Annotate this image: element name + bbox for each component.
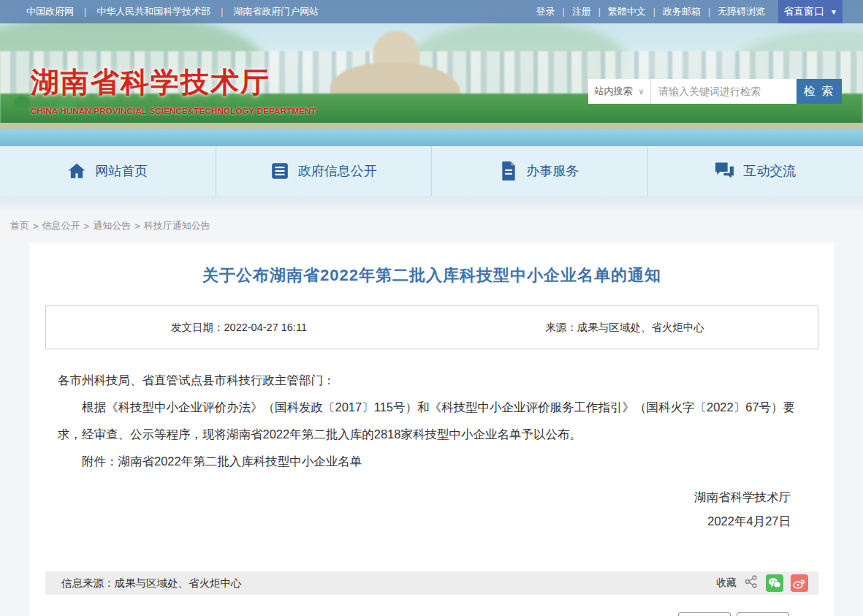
close-page-button[interactable]: 关闭本页 xyxy=(737,612,789,616)
chat-icon xyxy=(715,161,734,180)
source-label: 来源： xyxy=(545,322,577,333)
nav-item-interaction[interactable]: 互动交流 xyxy=(648,146,863,196)
chevron-down-icon: ▼ xyxy=(830,8,837,16)
divider: | xyxy=(221,7,223,17)
top-utility-bar: 中国政府网 | 中华人民共和国科学技术部 | 湖南省政府门户网站 登录 | 注册… xyxy=(0,0,863,23)
info-list-icon xyxy=(270,161,289,180)
search-scope-label: 站内搜索 xyxy=(594,85,632,98)
nav-bottom-fade xyxy=(0,196,863,213)
link-hunan-gov[interactable]: 湖南省政府门户网站 xyxy=(233,5,319,18)
breadcrumb: 首页 > 信息公开 > 通知公告 > 科技厅通知公告 xyxy=(0,213,863,243)
gov-mail-link[interactable]: 政务邮箱 xyxy=(663,5,701,18)
salutation-paragraph: 各市州科技局、省直管试点县市科技行政主管部门： xyxy=(58,367,806,394)
site-search: 站内搜索 ∨ 检 索 xyxy=(588,79,842,104)
breadcrumb-home[interactable]: 首页 xyxy=(10,219,29,232)
breadcrumb-separator: > xyxy=(33,221,39,232)
divider: | xyxy=(563,7,565,17)
info-source: 信息来源：成果与区域处、省火炬中心 xyxy=(61,577,242,590)
weibo-icon[interactable] xyxy=(791,574,808,592)
info-source-bar: 信息来源：成果与区域处、省火炬中心 收藏 xyxy=(45,571,818,595)
service-file-icon xyxy=(500,161,517,180)
page-actions: 打印本页 关闭本页 xyxy=(45,612,818,616)
print-page-button[interactable]: 打印本页 xyxy=(678,612,731,616)
nav-item-label: 办事服务 xyxy=(526,162,579,180)
search-button[interactable]: 检 索 xyxy=(797,79,842,104)
article-meta-box: 发文日期：2022-04-27 16:11 来源：成果与区域处、省火炬中心 xyxy=(45,305,818,349)
login-link[interactable]: 登录 xyxy=(536,5,555,18)
register-link[interactable]: 注册 xyxy=(572,5,591,18)
nav-item-services[interactable]: 办事服务 xyxy=(432,146,648,196)
traditional-chinese-link[interactable]: 繁體中文 xyxy=(608,5,646,18)
signature-date: 2022年4月27日 xyxy=(45,509,791,533)
divider: | xyxy=(84,7,86,17)
nav-item-label: 政府信息公开 xyxy=(298,162,377,180)
provincial-portal-dropdown[interactable]: 省直窗口 ▼ xyxy=(778,0,843,23)
nav-item-gov-info[interactable]: 政府信息公开 xyxy=(216,146,433,196)
divider: | xyxy=(653,7,655,17)
top-left-links: 中国政府网 | 中华人民共和国科学技术部 | 湖南省政府门户网站 xyxy=(26,5,319,18)
attachment-link[interactable]: 附件：湖南省2022年第二批入库科技型中小企业名单 xyxy=(58,448,806,475)
breadcrumb-info[interactable]: 信息公开 xyxy=(42,219,80,232)
breadcrumb-separator: > xyxy=(134,221,140,232)
share-nodes-icon[interactable] xyxy=(744,574,759,592)
divider: | xyxy=(708,7,710,17)
nav-item-home[interactable]: 网站首页 xyxy=(0,146,216,196)
article-source: 来源：成果与区域处、省火炬中心 xyxy=(432,321,818,335)
top-right-links: 登录 | 注册 | 繁體中文 | 政务邮箱 | 无障碍浏览 xyxy=(536,5,766,18)
publish-date-value: 2022-04-27 16:11 xyxy=(224,322,307,333)
banner-river xyxy=(0,129,863,146)
home-icon xyxy=(67,161,86,180)
search-input[interactable] xyxy=(651,79,797,104)
info-source-value: 成果与区域处、省火炬中心 xyxy=(115,577,242,589)
nav-item-label: 网站首页 xyxy=(95,162,148,180)
publish-date-label: 发文日期： xyxy=(171,322,224,333)
site-logo[interactable]: 湖南省科学技术厅 CHINA HUNAN PROVINCIAL SCIENCE&… xyxy=(31,63,316,115)
site-title-english: CHINA HUNAN PROVINCIAL SCIENCE&TECHNOLOG… xyxy=(31,107,316,115)
article-signature: 湖南省科学技术厅 2022年4月27日 xyxy=(45,485,818,533)
breadcrumb-dept-notices[interactable]: 科技厅通知公告 xyxy=(144,219,210,232)
body-paragraph: 根据《科技型中小企业评价办法》（国科发政〔2017〕115号）和《科技型中小企业… xyxy=(58,394,806,448)
article-body: 各市州科技局、省直管试点县市科技行政主管部门： 根据《科技型中小企业评价办法》（… xyxy=(45,367,818,475)
chevron-down-icon: ∨ xyxy=(638,87,644,96)
wechat-icon[interactable] xyxy=(766,574,783,592)
breadcrumb-notices[interactable]: 通知公告 xyxy=(93,219,131,232)
portal-label: 省直窗口 xyxy=(783,5,824,18)
header-banner: 中国政府网 | 中华人民共和国科学技术部 | 湖南省政府门户网站 登录 | 注册… xyxy=(0,0,863,146)
divider: | xyxy=(598,7,601,17)
link-china-gov[interactable]: 中国政府网 xyxy=(26,5,74,18)
accessibility-link[interactable]: 无障碍浏览 xyxy=(718,5,765,18)
publish-date: 发文日期：2022-04-27 16:11 xyxy=(46,321,432,335)
site-title: 湖南省科学技术厅 xyxy=(31,63,316,102)
article-title: 关于公布湖南省2022年第二批入库科技型中小企业名单的通知 xyxy=(45,265,818,286)
breadcrumb-separator: > xyxy=(84,221,90,232)
signature-org: 湖南省科学技术厅 xyxy=(45,485,791,509)
nav-item-label: 互动交流 xyxy=(743,162,796,180)
share-toolbar: 收藏 xyxy=(716,574,808,592)
article-card: 关于公布湖南省2022年第二批入库科技型中小企业名单的通知 发文日期：2022-… xyxy=(30,243,834,616)
search-scope-select[interactable]: 站内搜索 ∨ xyxy=(588,79,651,104)
main-nav: 网站首页 政府信息公开 办事服务 互动交流 xyxy=(0,146,863,196)
link-most[interactable]: 中华人民共和国科学技术部 xyxy=(96,5,210,18)
source-value: 成果与区域处、省火炬中心 xyxy=(577,322,704,333)
favorite-button[interactable]: 收藏 xyxy=(716,577,737,590)
info-source-label: 信息来源： xyxy=(61,577,115,589)
